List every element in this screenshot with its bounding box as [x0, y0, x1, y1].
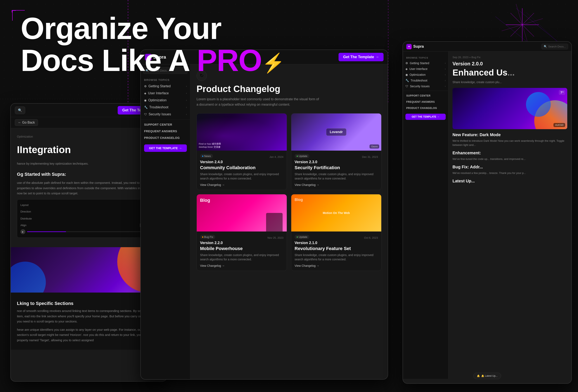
card4-name: Revolutionary Feature Set — [294, 246, 378, 251]
card4-date: Oct 6, 2023 — [364, 236, 378, 239]
d3-version: Version 2.0.0 — [452, 61, 567, 67]
sidebar-item-getting-started-d3[interactable]: ⚙Getting Started › — [403, 60, 448, 66]
motion-text: Motion On The Web — [323, 211, 350, 215]
bell-icon: 🔔 — [477, 374, 480, 377]
card2-badge: Update — [294, 154, 309, 158]
sidebar-link-changelog-d2[interactable]: PRODUCT CHANGELOG — [141, 134, 190, 141]
card4-badge-dot — [297, 236, 298, 238]
device1-ui-mockup: Layout Direction Direction Distribute Ce… — [17, 199, 161, 238]
card1-link[interactable]: View Changelog → — [200, 183, 284, 186]
d3-image-area: AVATAR 7⁺ — [452, 88, 567, 129]
security-icon-d2: 🛡 — [144, 113, 147, 116]
sidebar-item-security-d3[interactable]: 🛡Security Issues › — [403, 83, 448, 89]
chevron-icon-d3-4: › — [445, 85, 446, 88]
d3-desc: Share knowledge, create custom plu... — [452, 80, 567, 84]
chevron-icon-d2-1: › — [186, 92, 187, 95]
hero-section: Organize Your Docs Like A PRO⚡ — [21, 12, 285, 77]
device2-layout: 🔍 Search Docs... BROWSE TOPICS ⚙Getting … — [141, 64, 388, 380]
d3-bugfix-desc: We've resolved a few peskip... breeze. T… — [452, 171, 567, 175]
corner-deco-tl: ⌐ — [11, 6, 16, 14]
sidebar-item-optimization-d2[interactable]: ◉Optimization › — [141, 97, 190, 104]
card1-desc: Share knowledge, create custom plugins, … — [200, 172, 284, 181]
card2-desc: Share knowledge, create custom plugins, … — [294, 172, 378, 181]
chevron-icon-d2-3: › — [186, 106, 187, 109]
sidebar-link-support-d2[interactable]: SUPPORT CENTER — [141, 121, 190, 128]
troubleshoot-icon-d3: 🔧 — [405, 79, 409, 82]
card3-date: Nov 25, 2023 — [268, 236, 284, 239]
user-interface-icon-d3: ◈ — [405, 67, 408, 71]
card-mobile-powerhouse: Blog Bug Fix Nov 25, 2023 Version 2.2 — [196, 194, 287, 271]
card1-badge: News — [200, 154, 213, 158]
mockup-align-row: Align — [20, 223, 157, 227]
search-icon-d1: 🔍 — [18, 108, 22, 112]
device1-body1: hance by implementing key optimization t… — [17, 161, 161, 166]
device3-logo-icon: ✦ — [406, 44, 412, 49]
mockup-direction-row: Direction Direction — [20, 209, 157, 214]
device3-logo: ✦ Supra — [406, 44, 424, 49]
d3-breadcrumb: Sep 26, 2023 » Bug Fix — [452, 56, 567, 59]
card3-image: Blog — [197, 194, 287, 231]
card-security-fortification: Lovendr Gaura Update Dec 31, 2023 — [291, 113, 382, 190]
device2-get-template-btn[interactable]: Get The Template → — [338, 53, 384, 61]
page-desc-d2: Lorem ipsum is a placeholder text common… — [196, 96, 320, 107]
d3-latest-title: Latest Up... — [452, 179, 567, 183]
card4-desc: Share knowledge, create custom plugins, … — [294, 253, 378, 261]
card4-image: Blog Motion On The Web — [291, 194, 381, 231]
device2-sidebar: 🔍 Search Docs... BROWSE TOPICS ⚙Getting … — [141, 64, 190, 380]
sidebar-item-getting-started-d2[interactable]: ⚙Getting Started › — [141, 83, 190, 90]
card-revolutionary-feature: Blog Motion On The Web Update Oct 6, 202… — [291, 194, 382, 271]
d3-bugfix-title: Bug Fix: Addr... — [452, 165, 567, 169]
device1-back-btn[interactable]: ← Go Back — [15, 119, 38, 126]
card-community-collaboration: Find or hao 城市搜尋meetup Inner 交流會 News Ja… — [196, 113, 287, 190]
device1-body3: nce of smooth scrolling revolves around … — [17, 308, 161, 324]
sidebar-link-frequent-d2[interactable]: FREQUENT ANSWERS — [141, 128, 190, 134]
card1-version: Version 2.4.0 — [200, 160, 284, 164]
sidebar-get-template-btn-d3[interactable]: GET THE TEMPLATE → — [405, 114, 446, 120]
device1-search[interactable]: 🔍 — [15, 106, 25, 114]
chevron-icon-d3-0: › — [445, 62, 446, 65]
device-center: ✦ Supra Get The Template → 🔍 Search Docs… — [140, 49, 388, 380]
device3-layout: BROWSE TOPICS ⚙Getting Started › ◈User I… — [403, 52, 571, 379]
sidebar-link-frequent-d3[interactable]: FREQUENT ANSWERS — [403, 99, 448, 105]
device1-page-title: IIntegration — [17, 141, 161, 158]
hero-pro: PRO — [197, 43, 262, 77]
sidebar-item-user-interface-d2[interactable]: ◈User Interface › — [141, 90, 190, 97]
sidebar-item-troubleshoot-d3[interactable]: 🔧Troubleshoot › — [403, 78, 448, 83]
svg-line-9 — [516, 8, 557, 41]
card2-link[interactable]: View Changelog → — [294, 183, 378, 186]
card4-body: Update Oct 6, 2023 Version 2.1.0 Revolut… — [291, 231, 381, 271]
sidebar-item-security-d2[interactable]: 🛡Security Issues › — [141, 111, 190, 118]
chevron-icon-d3-3: › — [445, 79, 446, 82]
card3-desc: Share knowledge, create custom plugins, … — [200, 253, 284, 261]
device3-search-icon: 🔍 — [544, 45, 547, 48]
device3-header: ✦ Supra 🔍 Search Docs... — [403, 42, 571, 52]
device-right: ✦ Supra 🔍 Search Docs... BROWSE TOPICS ⚙… — [402, 41, 572, 384]
card4-link[interactable]: View Changelog → — [294, 264, 378, 267]
svg-line-5 — [511, 13, 534, 37]
sidebar-item-troubleshoot-d2[interactable]: 🔧Troubleshoot › — [141, 104, 190, 111]
sidebar-item-optimization-d3[interactable]: ◉Optimization › — [403, 72, 448, 78]
svg-line-4 — [511, 13, 534, 37]
user-interface-icon-d2: ◈ — [144, 92, 146, 95]
sidebar-link-support-d3[interactable]: SUPPORT CENTER — [403, 93, 448, 99]
d3-title: Enhanced Us... — [452, 68, 567, 77]
svg-line-6 — [516, 4, 529, 45]
sidebar-get-template-btn-d2[interactable]: GET THE TEMPLATE → — [144, 144, 187, 152]
lovendr-overlay: Lovendr — [291, 113, 381, 151]
device1-subtitle1: Gg Started with Supra: — [17, 171, 161, 178]
card3-link[interactable]: View Changelog → — [200, 264, 284, 267]
device1-breadcrumb: Optimization — [17, 134, 161, 139]
card3-badge-dot — [202, 236, 203, 238]
chevron-icon-d3-1: › — [445, 67, 446, 70]
page-title-d2: Product Changelog — [196, 84, 382, 94]
card1-body: News Jan 4, 2024 Version 2.4.0 Community… — [197, 151, 287, 190]
card2-image: Lovendr Gaura — [291, 113, 381, 151]
device1-body4: hese are unique identifiers you can assi… — [17, 327, 161, 343]
sidebar-link-changelog-d3[interactable]: PRODUCT CHANGELOG — [403, 105, 448, 111]
sidebar-item-user-interface-d3[interactable]: ◈User Interface › — [403, 66, 448, 72]
card2-name: Security Fortification — [294, 165, 378, 171]
card4-badge: Update — [294, 235, 309, 239]
chevron-icon-d2-2: › — [186, 99, 187, 102]
device3-search[interactable]: 🔍 Search Docs... — [541, 44, 568, 49]
getting-started-icon-d3: ⚙ — [405, 61, 408, 65]
